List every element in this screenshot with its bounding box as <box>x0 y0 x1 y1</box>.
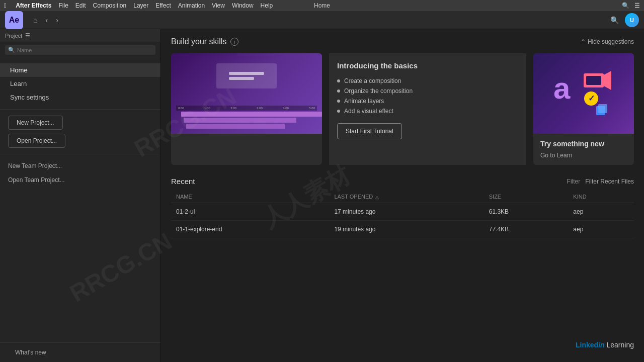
svg-marker-2 <box>604 71 611 90</box>
start-first-tutorial-button[interactable]: Start First Tutorial <box>337 123 402 139</box>
open-team-project-button[interactable]: Open Team Project... <box>8 174 152 186</box>
back-icon[interactable]: ‹ <box>43 15 50 25</box>
col-size[interactable]: SIZE <box>484 191 569 203</box>
menu-help[interactable]: Help <box>261 2 273 9</box>
try-illustration: a ✓ <box>548 63 619 124</box>
svg-rect-3 <box>586 76 601 85</box>
skills-header: Build your skills i ⌃ Hide suggestions <box>171 37 634 46</box>
main-layout: Project ☰ 🔍 Home Learn Sync settings <box>0 29 644 362</box>
col-kind[interactable]: KIND <box>568 191 634 203</box>
window-title: Home <box>314 2 330 9</box>
timeline-bar-3 <box>186 124 285 129</box>
preview-line-1 <box>229 72 264 75</box>
team-buttons: New Team Project... Open Team Project... <box>0 154 160 192</box>
info-icon[interactable]: i <box>230 38 238 46</box>
apple-menu[interactable]:  <box>4 2 7 10</box>
card-bullets: Create a composition Organize the compos… <box>337 76 518 116</box>
chevron-up-icon: ⌃ <box>581 38 586 45</box>
table-row[interactable]: 01-1-explore-end 19 minutes ago 77.4KB a… <box>171 221 634 238</box>
timeline-preview: 0:001:002:003:004:005:00 <box>176 106 317 129</box>
ae-logo: Ae <box>5 11 23 29</box>
sort-icon: △ <box>375 195 379 200</box>
skills-section: Build your skills i ⌃ Hide suggestions <box>161 29 644 170</box>
open-project-button[interactable]: Open Project... <box>8 134 65 148</box>
menu-edit[interactable]: Edit <box>75 2 86 9</box>
bullet-dot-1 <box>337 79 340 82</box>
cell-size-0: 61.3KB <box>484 203 569 221</box>
user-avatar[interactable]: U <box>625 13 639 27</box>
sidebar-search-input[interactable] <box>17 47 152 53</box>
menu-layer[interactable]: Layer <box>133 2 148 9</box>
try-title: Try something new <box>540 140 627 148</box>
left-sidebar: Project ☰ 🔍 Home Learn Sync settings <box>0 29 161 362</box>
go-to-learn-link[interactable]: Go to Learn <box>540 152 572 159</box>
menu-effect[interactable]: Effect <box>155 2 171 9</box>
linkedin-learning-logo: Linkedin Learning <box>576 341 634 349</box>
nav-section: Home Learn Sync settings <box>0 58 160 110</box>
preview-lines <box>229 72 264 80</box>
spotlight-icon[interactable]: 🔍 <box>622 2 629 9</box>
cell-last-opened-1: 19 minutes ago <box>329 221 484 238</box>
home-icon[interactable]: ⌂ <box>31 15 39 25</box>
preview-window <box>216 63 277 88</box>
card-title: Introducing the basics <box>337 61 518 70</box>
main-content: Build your skills i ⌃ Hide suggestions <box>161 29 644 362</box>
timeline-ruler: 0:001:002:003:004:005:00 <box>176 106 317 111</box>
search-icon[interactable]: 🔍 <box>608 15 621 25</box>
project-label: Project <box>5 33 22 39</box>
bullet-dot-4 <box>337 110 340 113</box>
cell-kind-1: aep <box>568 221 634 238</box>
recent-table: NAME LAST OPENED △ SIZE KIND <box>171 191 634 238</box>
table-body: 01-2-ui 17 minutes ago 61.3KB aep 01-1-e… <box>171 203 634 238</box>
forward-icon[interactable]: › <box>54 15 60 25</box>
bullet-3: Animate layers <box>337 96 518 106</box>
menu-file[interactable]: File <box>58 2 68 9</box>
menu-bar:  After Effects File Edit Composition La… <box>0 0 644 11</box>
nav-learn[interactable]: Learn <box>0 77 160 90</box>
menu-animation[interactable]: Animation <box>178 2 205 9</box>
hide-suggestions-button[interactable]: ⌃ Hide suggestions <box>581 38 634 45</box>
menubar-right: 🔍 ☰ <box>622 2 640 9</box>
table-row[interactable]: 01-2-ui 17 minutes ago 61.3KB aep <box>171 203 634 221</box>
sidebar-search-icon: 🔍 <box>8 47 15 53</box>
card-preview-image: 0:001:002:003:004:005:00 <box>171 53 322 134</box>
cell-name-1: 01-1-explore-end <box>171 221 329 238</box>
what-new-link[interactable]: What's new <box>5 346 155 359</box>
toolbar-search-area: 🔍 U <box>608 13 639 27</box>
app-name: After Effects <box>16 2 51 9</box>
recent-section: Recent Filter Filter Recent Files NAME L… <box>161 170 644 255</box>
tutorial-preview-card: 0:001:002:003:004:005:00 <box>171 53 322 165</box>
control-center-icon[interactable]: ☰ <box>634 2 640 9</box>
filter-area: Filter Filter Recent Files <box>567 178 634 185</box>
toolbar: Ae ⌂ ‹ › 🔍 U <box>0 11 644 29</box>
svg-text:✓: ✓ <box>588 94 595 103</box>
skills-title: Build your skills i <box>171 37 238 46</box>
preview-line-2 <box>229 77 254 80</box>
menu-window[interactable]: Window <box>232 2 254 9</box>
recent-title: Recent <box>171 177 195 186</box>
nav-sync-settings[interactable]: Sync settings <box>0 90 160 104</box>
bullet-dot-3 <box>337 100 340 103</box>
timeline-bar-1 <box>181 112 322 117</box>
filter-recent-files-link[interactable]: Filter Recent Files <box>585 178 634 185</box>
tutorial-card-info: Introducing the basics Create a composit… <box>329 53 526 165</box>
cell-name-0: 01-2-ui <box>171 203 329 221</box>
bullet-dot-2 <box>337 89 340 93</box>
table-header: NAME LAST OPENED △ SIZE KIND <box>171 191 634 203</box>
col-last-opened[interactable]: LAST OPENED △ <box>329 191 484 203</box>
bullet-2: Organize the composition <box>337 86 518 96</box>
new-team-project-button[interactable]: New Team Project... <box>8 160 152 171</box>
bullet-4: Add a visual effect <box>337 106 518 116</box>
nav-home[interactable]: Home <box>0 63 160 77</box>
new-project-button[interactable]: New Project... <box>8 116 63 130</box>
menu-view[interactable]: View <box>212 2 225 9</box>
bullet-1: Create a composition <box>337 76 518 86</box>
recent-header: Recent Filter Filter Recent Files <box>171 177 634 186</box>
menu-composition[interactable]: Composition <box>93 2 127 9</box>
hamburger-icon[interactable]: ☰ <box>25 32 30 39</box>
try-card-info: Try something new Go to Learn <box>533 134 634 165</box>
col-name[interactable]: NAME <box>171 191 329 203</box>
timeline-bar-2 <box>184 118 296 123</box>
filter-label: Filter <box>567 178 581 185</box>
cell-size-1: 77.4KB <box>484 221 569 238</box>
